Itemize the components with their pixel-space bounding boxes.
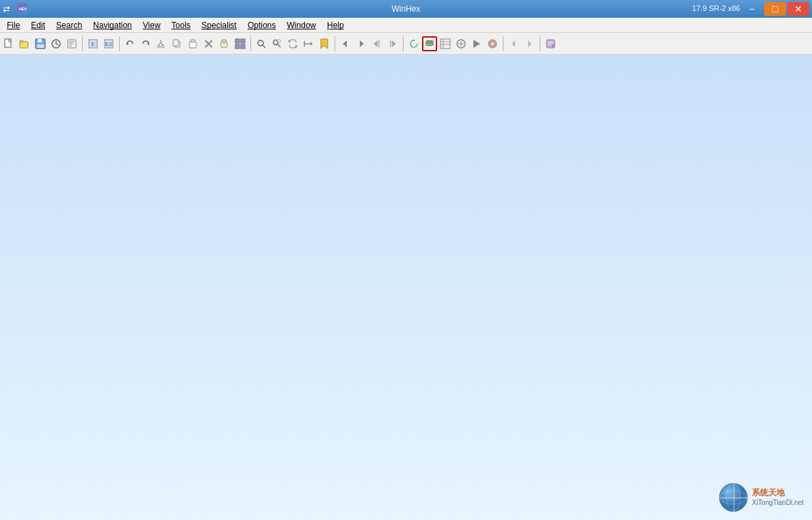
toolbar-open-button[interactable] — [17, 36, 32, 51]
svg-rect-60 — [441, 39, 450, 49]
toolbar-next-button[interactable] — [522, 36, 537, 51]
toolbar-grid-button[interactable] — [438, 36, 453, 51]
toolbar-nav-forward-button[interactable] — [354, 36, 369, 51]
svg-rect-34 — [241, 39, 245, 43]
toolbar-goto-button[interactable] — [301, 36, 316, 51]
svg-marker-47 — [321, 39, 328, 49]
toolbar-ops-button[interactable] — [233, 36, 248, 51]
toolbar-sep-3 — [250, 36, 251, 51]
svg-rect-36 — [241, 44, 245, 49]
toolbar-copy-button[interactable] — [170, 36, 185, 51]
window-title: WinHex — [391, 4, 420, 14]
toolbar-nav-fwd2-button[interactable] — [385, 36, 400, 51]
toolbar-edit2-button[interactable]: E2 — [101, 36, 116, 51]
svg-rect-33 — [235, 39, 239, 43]
svg-rect-27 — [191, 40, 195, 42]
svg-marker-49 — [360, 40, 364, 47]
svg-marker-71 — [512, 40, 515, 47]
toolbar-paste-button[interactable] — [185, 36, 200, 51]
svg-rect-3 — [20, 40, 23, 42]
menu-window[interactable]: Window — [281, 18, 322, 32]
toolbar-revert-button[interactable] — [49, 36, 64, 51]
toolbar-save-button[interactable] — [33, 36, 48, 51]
svg-rect-5 — [38, 39, 42, 42]
svg-point-80 — [726, 484, 740, 511]
toolbar: E E2 — [0, 33, 812, 55]
toolbar-redo-button[interactable] — [138, 36, 153, 51]
toolbar-new-button[interactable] — [1, 36, 16, 51]
toolbar-media-button[interactable] — [485, 36, 500, 51]
svg-line-21 — [159, 42, 161, 45]
title-bar-buttons: − □ ✕ — [741, 2, 809, 16]
toolbar-edit1-button[interactable]: E — [86, 36, 101, 51]
svg-marker-72 — [528, 40, 532, 47]
watermark-globe — [719, 483, 748, 512]
svg-text:E: E — [91, 41, 94, 47]
svg-marker-43 — [296, 44, 298, 48]
maximize-button[interactable]: □ — [764, 2, 786, 16]
minimize-button[interactable]: − — [741, 2, 763, 16]
title-bar-left: ⇄ HEX — [3, 3, 28, 14]
menu-tools[interactable]: Tools — [166, 18, 196, 32]
svg-line-22 — [161, 42, 163, 45]
svg-marker-42 — [288, 40, 290, 43]
menu-options[interactable]: Options — [242, 18, 281, 32]
toolbar-bookmark-button[interactable] — [317, 36, 332, 51]
toolbar-find-button[interactable] — [254, 36, 269, 51]
toolbar-audio-button[interactable] — [469, 36, 484, 51]
app-icon: HEX — [17, 3, 28, 14]
toolbar-replace-button[interactable] — [285, 36, 300, 51]
svg-point-77 — [720, 484, 747, 511]
close-button[interactable]: ✕ — [787, 2, 809, 16]
main-content-area: 系统天地 XiTongTianDi.net — [0, 55, 812, 520]
toolbar-properties-button[interactable] — [64, 36, 79, 51]
toolbar-script-button[interactable] — [543, 36, 558, 51]
toolbar-sep-2 — [119, 36, 120, 51]
version-label: 17.9 SR-2 x86 — [692, 4, 740, 12]
svg-rect-7 — [37, 44, 44, 48]
toolbar-nav-back-button[interactable] — [338, 36, 353, 51]
svg-marker-48 — [343, 40, 347, 47]
svg-rect-73 — [547, 40, 555, 48]
svg-marker-54 — [413, 39, 415, 41]
svg-point-78 — [720, 491, 747, 504]
svg-marker-45 — [311, 42, 313, 46]
toolbar-sep-4 — [335, 36, 335, 51]
svg-marker-50 — [374, 40, 378, 47]
menu-bar: File Edit Search Navigation View Tools S… — [0, 18, 812, 33]
title-bar: ⇄ HEX WinHex 17.9 SR-2 x86 − □ ✕ — [0, 0, 812, 18]
toolbar-nav-back2-button[interactable] — [369, 36, 384, 51]
swap-icon[interactable]: ⇄ — [3, 4, 10, 14]
svg-line-40 — [278, 44, 280, 47]
menu-edit[interactable]: Edit — [25, 18, 51, 32]
toolbar-search3-button[interactable] — [454, 36, 469, 51]
toolbar-cut-button[interactable] — [154, 36, 169, 51]
toolbar-undo-button[interactable] — [122, 36, 137, 51]
toolbar-sep-7 — [540, 36, 540, 51]
toolbar-layers-button[interactable] — [422, 36, 437, 51]
toolbar-prev-button[interactable] — [506, 36, 521, 51]
title-bar-center: WinHex — [391, 4, 420, 14]
svg-rect-31 — [222, 40, 226, 42]
toolbar-refresh-button[interactable] — [406, 36, 421, 51]
menu-specialist[interactable]: Specialist — [196, 18, 242, 32]
svg-point-20 — [161, 45, 164, 48]
toolbar-find-all-button[interactable] — [270, 36, 285, 51]
toolbar-paste-special-button[interactable] — [217, 36, 232, 51]
menu-file[interactable]: File — [1, 18, 25, 32]
svg-marker-52 — [392, 40, 396, 47]
svg-point-19 — [157, 45, 160, 48]
menu-help[interactable]: Help — [322, 18, 350, 32]
svg-rect-35 — [235, 44, 239, 49]
toolbar-sep-1 — [82, 36, 83, 51]
toolbar-sep-5 — [403, 36, 404, 51]
watermark-text: 系统天地 XiTongTianDi.net — [752, 488, 804, 508]
toolbar-delete-button[interactable] — [201, 36, 216, 51]
menu-view[interactable]: View — [137, 18, 166, 32]
toolbar-sep-6 — [503, 36, 503, 51]
menu-search[interactable]: Search — [51, 18, 88, 32]
svg-point-59 — [425, 43, 434, 46]
menu-navigation[interactable]: Navigation — [88, 18, 137, 32]
svg-marker-67 — [473, 40, 480, 48]
svg-point-37 — [258, 40, 263, 46]
